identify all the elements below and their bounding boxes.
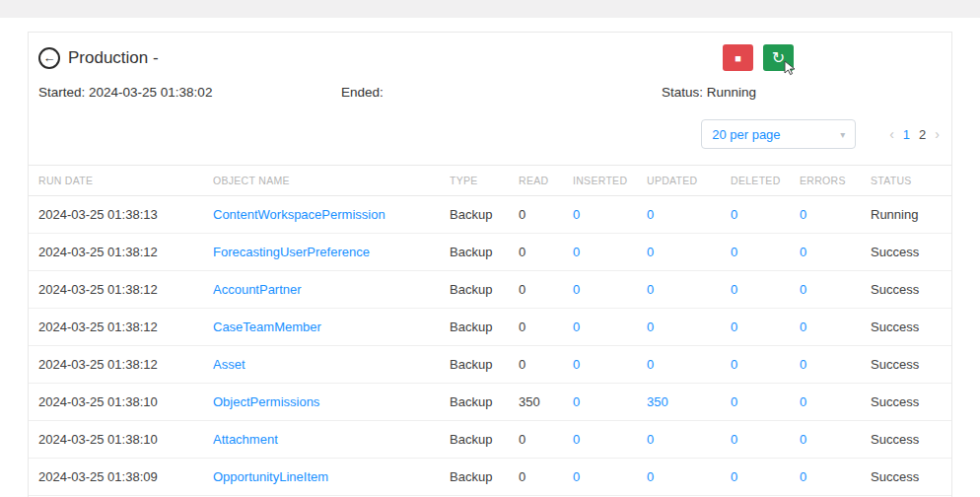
deleted-link[interactable]: 0 [731, 384, 800, 421]
status-cell: Success [871, 309, 951, 346]
refresh-button[interactable]: ↻ [763, 44, 794, 71]
inserted-link[interactable]: 0 [573, 196, 647, 234]
action-buttons: ■ ↻ [723, 44, 794, 71]
deleted-link[interactable]: 0 [731, 271, 800, 309]
table-row: 2024-03-25 01:38:12AccountPartnerBackup0… [29, 271, 951, 309]
updated-link[interactable]: 0 [647, 271, 731, 309]
backup-objects-table: RUN DATEOBJECT NAMETYPEREADINSERTEDUPDAT… [29, 165, 951, 496]
updated-link[interactable]: 0 [647, 234, 731, 271]
type-cell: Backup [450, 459, 519, 496]
type-cell: Backup [450, 421, 519, 459]
deleted-link[interactable]: 0 [731, 234, 800, 271]
object-name-link[interactable]: AccountPartner [213, 271, 450, 309]
stop-icon: ■ [735, 52, 741, 64]
type-cell: Backup [450, 346, 519, 384]
errors-link[interactable]: 0 [800, 234, 871, 271]
table-row: 2024-03-25 01:38:12ForecastingUserPrefer… [29, 234, 951, 271]
read-cell: 350 [519, 384, 573, 421]
run-date-cell: 2024-03-25 01:38:12 [29, 309, 213, 346]
table-row: 2024-03-25 01:38:13ContentWorkspacePermi… [29, 196, 951, 234]
status-cell: Success [871, 421, 951, 459]
status-cell: Success [871, 459, 951, 496]
type-cell: Backup [450, 271, 519, 309]
read-cell: 0 [519, 271, 573, 309]
type-cell: Backup [450, 234, 519, 271]
run-date-cell: 2024-03-25 01:38:12 [29, 234, 213, 271]
object-name-link[interactable]: Asset [213, 346, 450, 384]
stop-button[interactable]: ■ [723, 44, 753, 71]
column-header-updated: UPDATED [647, 166, 731, 196]
object-name-link[interactable]: ContentWorkspacePermission [213, 196, 450, 234]
status-cell: Success [871, 234, 951, 271]
backup-run-card: ← Production - ■ ↻ Started: 2024-03-25 0… [28, 32, 952, 497]
errors-link[interactable]: 0 [800, 309, 871, 346]
inserted-link[interactable]: 0 [573, 459, 647, 496]
deleted-link[interactable]: 0 [731, 196, 800, 234]
card-header: ← Production - ■ ↻ [29, 33, 951, 81]
table-row: 2024-03-25 01:38:10ObjectPermissionsBack… [29, 384, 951, 421]
errors-link[interactable]: 0 [800, 196, 871, 234]
pagination: ‹ 12 › [889, 126, 940, 142]
column-header-deleted: DELETED [731, 166, 800, 196]
errors-link[interactable]: 0 [800, 459, 871, 496]
inserted-link[interactable]: 0 [573, 271, 647, 309]
updated-link[interactable]: 0 [647, 459, 731, 496]
type-cell: Backup [450, 196, 519, 234]
table-row: 2024-03-25 01:38:12CaseTeamMemberBackup0… [29, 309, 951, 346]
inserted-link[interactable]: 0 [573, 421, 647, 459]
table-header-row: RUN DATEOBJECT NAMETYPEREADINSERTEDUPDAT… [29, 166, 951, 196]
prev-page-button[interactable]: ‹ [889, 126, 894, 142]
updated-link[interactable]: 350 [647, 384, 731, 421]
type-cell: Backup [450, 384, 519, 421]
status-cell: Running [871, 196, 951, 234]
object-name-link[interactable]: Attachment [213, 421, 450, 459]
column-header-type: TYPE [450, 166, 519, 196]
errors-link[interactable]: 0 [800, 346, 871, 384]
object-name-link[interactable]: ForecastingUserPreference [213, 234, 450, 271]
page-size-select[interactable]: 20 per page ▾ [701, 119, 856, 149]
run-date-cell: 2024-03-25 01:38:13 [29, 196, 213, 234]
deleted-link[interactable]: 0 [731, 459, 800, 496]
status-text: Status: Running [662, 85, 756, 100]
read-cell: 0 [519, 421, 573, 459]
errors-link[interactable]: 0 [800, 421, 871, 459]
object-name-link[interactable]: CaseTeamMember [213, 309, 450, 346]
read-cell: 0 [519, 346, 573, 384]
errors-link[interactable]: 0 [800, 384, 871, 421]
page-number-2[interactable]: 2 [919, 127, 926, 142]
inserted-link[interactable]: 0 [573, 346, 647, 384]
table-controls-row: 20 per page ▾ ‹ 12 › [29, 113, 951, 165]
updated-link[interactable]: 0 [647, 421, 731, 459]
page-size-value: 20 per page [712, 127, 780, 142]
status-cell: Success [871, 346, 951, 384]
read-cell: 0 [519, 234, 573, 271]
errors-link[interactable]: 0 [800, 271, 871, 309]
next-page-button[interactable]: › [935, 126, 940, 142]
top-strip [0, 0, 980, 18]
read-cell: 0 [519, 196, 573, 234]
type-cell: Backup [450, 309, 519, 346]
column-header-status: STATUS [871, 166, 951, 196]
deleted-link[interactable]: 0 [731, 421, 800, 459]
updated-link[interactable]: 0 [647, 309, 731, 346]
run-date-cell: 2024-03-25 01:38:12 [29, 346, 213, 384]
chevron-down-icon: ▾ [840, 129, 845, 140]
back-arrow-icon[interactable]: ← [38, 47, 60, 69]
inserted-link[interactable]: 0 [573, 309, 647, 346]
object-name-link[interactable]: OpportunityLineItem [213, 459, 450, 496]
run-date-cell: 2024-03-25 01:38:12 [29, 271, 213, 309]
run-date-cell: 2024-03-25 01:38:10 [29, 384, 213, 421]
object-name-link[interactable]: ObjectPermissions [213, 384, 450, 421]
read-cell: 0 [519, 309, 573, 346]
deleted-link[interactable]: 0 [731, 346, 800, 384]
inserted-link[interactable]: 0 [573, 234, 647, 271]
page-number-1[interactable]: 1 [903, 127, 910, 142]
inserted-link[interactable]: 0 [573, 384, 647, 421]
table-row: 2024-03-25 01:38:12AssetBackup00000Succe… [29, 346, 951, 384]
updated-link[interactable]: 0 [647, 196, 731, 234]
column-header-errors: ERRORS [800, 166, 871, 196]
column-header-read: READ [519, 166, 573, 196]
column-header-run-date: RUN DATE [29, 166, 213, 196]
deleted-link[interactable]: 0 [731, 309, 800, 346]
updated-link[interactable]: 0 [647, 346, 731, 384]
